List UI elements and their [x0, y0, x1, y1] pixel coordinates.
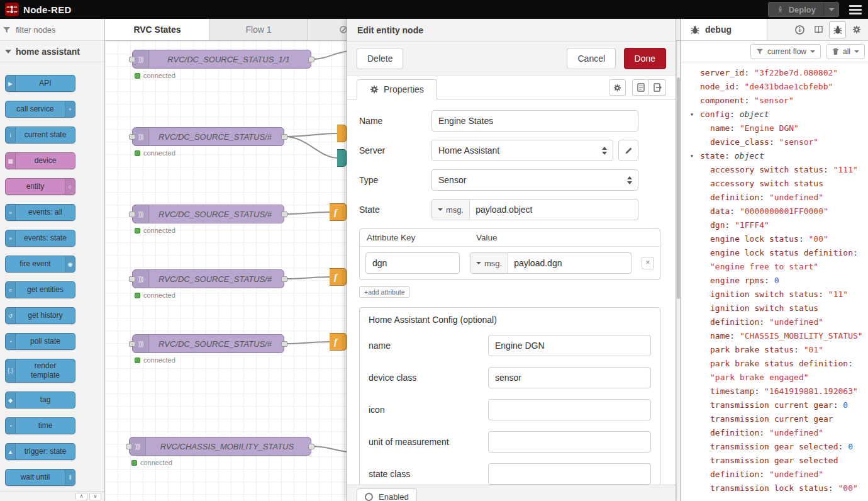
debug-tab-button[interactable]: [829, 21, 846, 38]
enabled-toggle[interactable]: Enabled: [357, 488, 417, 501]
typed-input-type-button[interactable]: msg.: [470, 253, 508, 273]
output-port[interactable]: [308, 444, 314, 449]
palette-node-events-all[interactable]: »events: all: [5, 204, 75, 221]
debug-entry: transmission current gear definition: "u…: [689, 412, 863, 440]
input-port[interactable]: [129, 57, 135, 62]
palette-search: [0, 19, 104, 41]
function-node-partial[interactable]: [337, 125, 347, 142]
node-settings-button[interactable]: [609, 79, 626, 96]
document-export-icon: [654, 83, 662, 92]
node-appearance-button[interactable]: [649, 79, 666, 96]
type-select[interactable]: Sensor: [431, 169, 638, 191]
palette-node-get-history[interactable]: ↺get history: [5, 307, 75, 324]
tab-debug[interactable]: debug: [681, 19, 767, 40]
name-input[interactable]: [431, 110, 638, 132]
palette-node-time[interactable]: ◔time: [5, 417, 75, 434]
input-port[interactable]: [129, 276, 135, 282]
debug-key: component: [700, 96, 744, 105]
output-port[interactable]: [281, 134, 287, 140]
state-class-input[interactable]: [488, 463, 651, 485]
debug-key: server_id: [700, 68, 744, 77]
flow-node-rvc-chassis-mobility-status[interactable]: )))RVC/CHASSIS_MOBILITY_STATUS: [129, 437, 311, 456]
collapse-up-button[interactable]: ∧: [75, 493, 87, 500]
palette-node-events-state[interactable]: »events: state: [5, 230, 75, 247]
output-port[interactable]: [281, 211, 287, 217]
palette-node-label: get history: [16, 308, 75, 324]
output-port[interactable]: [308, 57, 314, 62]
config-tab-button[interactable]: [848, 21, 865, 38]
debug-filter-button[interactable]: current flow: [750, 44, 821, 59]
palette-node-fire-event[interactable]: fire event◉: [5, 256, 75, 273]
unit-of-measurement-input[interactable]: [488, 431, 651, 453]
flow-node-rvc-dc-source-status[interactable]: )))RVC/DC_SOURCE_STATUS/#: [132, 205, 284, 223]
debug-entry[interactable]: ▾config: object: [689, 108, 863, 121]
main-menu-button[interactable]: [849, 5, 862, 14]
status-connected-icon: [135, 73, 140, 79]
flow-node-rvc-dc-source-status-1-1[interactable]: )))RVC/DC_SOURCE_STATUS_1/1: [132, 50, 311, 69]
state-label: State: [359, 205, 431, 215]
expand-triangle-icon[interactable]: ▾: [690, 108, 694, 121]
debug-clear-button[interactable]: all: [826, 44, 865, 59]
input-port[interactable]: [129, 341, 135, 347]
palette-node-current-state[interactable]: icurrent state: [5, 127, 75, 144]
palette-category-home-assistant[interactable]: home assistant: [0, 41, 104, 62]
icon-input[interactable]: [488, 399, 651, 420]
input-port[interactable]: [126, 444, 132, 449]
palette-node-call-service[interactable]: call service+: [5, 101, 75, 118]
palette-filter-input[interactable]: [16, 25, 85, 35]
palette-node-entity[interactable]: entity○: [5, 178, 75, 195]
broadcast-icon: ◉: [65, 256, 75, 272]
deploy-options-caret[interactable]: [823, 3, 838, 16]
typed-input-type-button[interactable]: msg.: [432, 200, 470, 220]
output-port[interactable]: [281, 276, 287, 282]
flow-node-rvc-dc-source-status[interactable]: )))RVC/DC_SOURCE_STATUS/#: [132, 269, 284, 288]
palette-node-render-template[interactable]: {.}render template: [5, 359, 75, 383]
debug-entry: engine lock status definition: "engine f…: [689, 246, 863, 274]
flow-node-rvc-dc-source-status[interactable]: )))RVC/DC_SOURCE_STATUS/#: [132, 334, 284, 353]
node-description-button[interactable]: [632, 79, 649, 96]
delete-button[interactable]: Delete: [357, 48, 403, 69]
done-button[interactable]: Done: [624, 48, 666, 69]
debug-value: "undefined": [769, 428, 823, 437]
teal-node-partial[interactable]: [337, 149, 347, 167]
tab-properties[interactable]: Properties: [357, 79, 437, 99]
server-select[interactable]: Home Assistant: [431, 140, 613, 161]
function-node-partial[interactable]: f: [330, 268, 347, 286]
function-node-partial[interactable]: f: [330, 333, 347, 351]
attribute-value-typed-input[interactable]: msg.payload.dgn: [470, 252, 632, 274]
remove-attribute-button[interactable]: ×: [642, 257, 654, 269]
name-input[interactable]: [488, 335, 651, 356]
input-port[interactable]: [129, 134, 135, 140]
device-class-input[interactable]: [488, 367, 651, 388]
flow-tab-rvc-states[interactable]: RVC States: [105, 19, 210, 40]
flow-tab-flow-1[interactable]: Flow 1: [210, 19, 308, 40]
debug-entry[interactable]: ▾state: object: [689, 149, 863, 163]
debug-value: "0000000001FF0000": [740, 206, 828, 216]
input-port[interactable]: [129, 211, 135, 217]
deploy-button[interactable]: Deploy: [768, 2, 839, 17]
add-attribute-button[interactable]: +add attribute: [359, 286, 410, 298]
status-connected-icon: [135, 228, 140, 234]
flow-node-rvc-dc-source-status[interactable]: )))RVC/DC_SOURCE_STATUS/#: [132, 127, 284, 146]
palette-node-trigger-state[interactable]: ▲trigger: state: [5, 443, 75, 460]
palette-node-wait-until[interactable]: wait until‖: [5, 469, 75, 486]
help-tab-button[interactable]: [810, 21, 827, 38]
debug-entry: park brake status: "01": [689, 343, 863, 357]
ha-config-section: Home Assistant Config (optional) namedev…: [359, 307, 660, 485]
palette-node-get-entities[interactable]: ≡get entities: [5, 281, 75, 298]
attribute-key-input[interactable]: [365, 252, 460, 274]
info-tab-button[interactable]: [791, 21, 808, 38]
function-node-partial[interactable]: f: [330, 203, 347, 221]
palette-node-device[interactable]: ▦device: [5, 152, 75, 169]
gear-icon: [613, 84, 621, 92]
state-typed-input[interactable]: msg. payload.object: [431, 199, 638, 220]
debug-key: transmission lock status: [710, 483, 828, 493]
palette-node-tag[interactable]: ◆tag: [5, 391, 75, 408]
output-port[interactable]: [281, 341, 287, 347]
cancel-button[interactable]: Cancel: [567, 48, 616, 69]
edit-server-button[interactable]: [618, 140, 638, 161]
palette-node-api[interactable]: ▶API: [5, 75, 75, 92]
collapse-down-button[interactable]: ∨: [89, 493, 101, 500]
expand-triangle-icon[interactable]: ▾: [690, 149, 694, 163]
palette-node-poll-state[interactable]: ◔poll state: [5, 333, 75, 350]
